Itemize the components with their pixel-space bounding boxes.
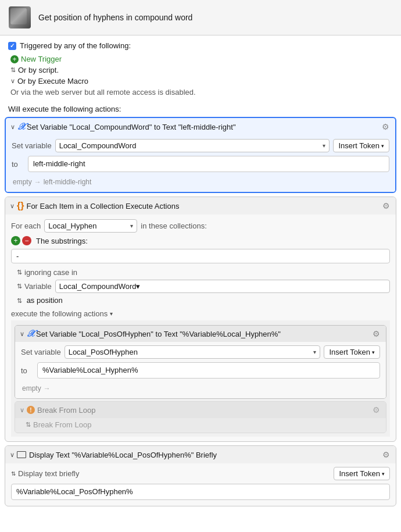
ignoring-label: ignoring case in	[24, 268, 77, 277]
macro-title: Get position of hyphens in compound word	[38, 13, 192, 22]
or-by-script-arrow: ⇅	[10, 66, 16, 74]
execute-row: execute the following actions ▾	[11, 306, 390, 320]
new-trigger-plus-icon: +	[10, 55, 19, 63]
set-variable-select[interactable]: Local_CompoundWord ▾	[55, 139, 330, 152]
dash-input[interactable]: -	[11, 249, 390, 263]
set-variable-to-row: to left-middle-right	[12, 156, 389, 172]
substrings-row: + − The substrings:	[11, 236, 390, 245]
set-variable-preview-value: left-middle-right	[44, 178, 92, 186]
inner-set-variable-gear-icon[interactable]: ⚙	[371, 329, 381, 339]
inner-sv-to-row: to %Variable%Local_Hyphen%	[21, 362, 380, 379]
actions-header: Will execute the following actions:	[0, 100, 401, 117]
for-each-braces-icon: {}	[17, 201, 24, 211]
substrings-label: The substrings:	[36, 237, 88, 245]
inner-sv-form-row: Set variable Local_PosOfHyphen ▾ Insert …	[21, 345, 380, 359]
web-server-text: Or via the web server but all remote acc…	[8, 87, 393, 98]
triggered-checkbox[interactable]	[8, 42, 16, 50]
inner-sv-select[interactable]: Local_PosOfHyphen ▾	[65, 345, 321, 359]
header: Get position of hyphens in compound word	[0, 0, 401, 35]
variable-row-arrow: ⇅	[17, 283, 22, 290]
set-variable-form-label: Set variable	[12, 141, 52, 150]
new-trigger-label: New Trigger	[21, 55, 62, 63]
inner-sv-form-label: Set variable	[21, 348, 61, 356]
macro-icon-wrapper	[8, 6, 31, 29]
display-block-title: Display Text "%Variable%Local_PosOfHyphe…	[29, 451, 381, 459]
display-text-block: ∨ Display Text "%Variable%Local_PosOfHyp…	[5, 445, 396, 506]
inner-sv-variable-name: Local_PosOfHyphen	[69, 348, 138, 356]
display-value-input[interactable]: %Variable%Local_PosOfHyphen%	[11, 484, 390, 500]
display-chevron[interactable]: ∨	[10, 451, 15, 459]
for-each-row: For each Local_Hyphen ▾ in these collect…	[11, 219, 390, 233]
for-each-variable-name: Local_Hyphen	[48, 222, 96, 230]
in-these-collections-label: in these collections:	[141, 222, 206, 230]
set-variable-select-arrow: ▾	[323, 142, 325, 149]
as-position-arrow: ⇅	[17, 297, 22, 305]
set-variable-to-label: to	[12, 160, 24, 169]
minus-button[interactable]: −	[22, 236, 31, 245]
break-gear-icon[interactable]: ⚙	[371, 405, 381, 415]
for-each-chevron[interactable]: ∨	[10, 202, 15, 210]
set-variable-gear-icon[interactable]: ⚙	[380, 122, 391, 132]
set-variable-chevron[interactable]: ∨	[10, 123, 15, 131]
set-variable-preview-arrow: →	[34, 178, 41, 186]
set-variable-preview: empty → left-middle-right	[12, 176, 389, 186]
break-chevron[interactable]: ∨	[20, 406, 24, 414]
plus-button[interactable]: +	[11, 236, 20, 245]
variable-label: Variable	[24, 282, 52, 291]
inner-set-var-x-icon: 𝒳	[27, 329, 34, 339]
triggers-section: Triggered by any of the following: + New…	[0, 35, 401, 100]
break-sub-label: ⇅ Break From Loop	[26, 420, 380, 429]
inner-sv-select-arrow: ▾	[313, 349, 316, 355]
display-insert-token[interactable]: Insert Token ▾	[334, 467, 390, 480]
inner-sv-preview-arrow: →	[44, 384, 51, 392]
display-insert-token-label: Insert Token	[339, 469, 380, 478]
display-sub-chevron: ⇅	[11, 470, 16, 477]
for-each-body: For each Local_Hyphen ▾ in these collect…	[5, 215, 396, 441]
or-by-script-label: Or by script.	[18, 66, 59, 74]
inner-set-variable-block: ∨ 𝒳 Set Variable "Local_PosOfHyphen" to …	[15, 325, 386, 399]
break-body: ⇅ Break From Loop	[15, 418, 386, 433]
app-window: Get position of hyphens in compound word…	[0, 0, 401, 532]
trigger-header: Triggered by any of the following:	[8, 41, 393, 50]
set-variable-title: Set Variable "Local_CompoundWord" to Tex…	[27, 123, 380, 131]
for-each-gear-icon[interactable]: ⚙	[381, 201, 391, 211]
execute-chevron: ▾	[110, 310, 113, 317]
set-variable-value-input[interactable]: left-middle-right	[28, 156, 389, 172]
for-each-variable-select[interactable]: Local_Hyphen ▾	[44, 219, 137, 233]
break-label: Break From Loop	[37, 406, 95, 415]
inner-sv-insert-token[interactable]: Insert Token ▾	[324, 345, 380, 359]
inner-sv-preview-empty: empty	[22, 384, 41, 392]
inner-sv-insert-token-arrow: ▾	[372, 349, 375, 355]
for-each-label: For each	[11, 222, 41, 230]
display-gear-icon[interactable]: ⚙	[381, 449, 391, 460]
set-variable-name: Local_CompoundWord	[59, 141, 137, 150]
collection-variable-select[interactable]: Local_CompoundWord ▾	[55, 280, 390, 293]
set-variable-insert-token-arrow: ▾	[381, 143, 384, 149]
set-variable-insert-token[interactable]: Insert Token ▾	[333, 139, 389, 152]
display-block-header: ∨ Display Text "%Variable%Local_PosOfHyp…	[5, 446, 396, 463]
inner-set-var-chevron[interactable]: ∨	[20, 330, 24, 338]
break-sub-arrow: ⇅	[26, 421, 31, 429]
or-by-execute-macro-arrow: ∨	[10, 77, 15, 85]
inner-actions-wrapper: ∨ 𝒳 Set Variable "Local_PosOfHyphen" to …	[11, 320, 390, 437]
inner-sv-value-input[interactable]: %Variable%Local_Hyphen%	[37, 362, 380, 379]
ignoring-arrow: ⇅	[17, 269, 22, 276]
collection-variable-name: Local_CompoundWord	[59, 282, 137, 291]
for-each-header: ∨ {} For Each Item in a Collection Execu…	[5, 197, 396, 215]
set-variable-header: ∨ 𝒳 Set Variable "Local_CompoundWord" to…	[6, 118, 395, 135]
as-position-label: as position	[27, 296, 63, 305]
for-each-block: ∨ {} For Each Item in a Collection Execu…	[5, 197, 396, 442]
break-sub-text: Break From Loop	[33, 420, 91, 429]
or-by-script-item[interactable]: ⇅ Or by script.	[8, 65, 393, 76]
break-block-header: ∨ ! Break From Loop ⚙	[15, 402, 386, 418]
new-trigger-item[interactable]: + New Trigger	[8, 53, 393, 65]
inner-set-variable-title: Set Variable "Local_PosOfHyphen" to Text…	[36, 330, 371, 338]
display-sub-label: Display text briefly	[18, 469, 79, 478]
break-from-loop-block: ∨ ! Break From Loop ⚙ ⇅ Break From Loop	[15, 401, 386, 433]
set-variable-preview-empty: empty	[13, 178, 32, 186]
plus-minus-group: + −	[11, 236, 31, 245]
variable-row: ⇅ Variable Local_CompoundWord ▾	[11, 278, 390, 295]
as-position-row: ⇅ as position	[11, 295, 390, 306]
inner-sv-preview: empty →	[21, 382, 380, 392]
or-by-execute-macro-item[interactable]: ∨ Or by Execute Macro	[8, 76, 393, 87]
